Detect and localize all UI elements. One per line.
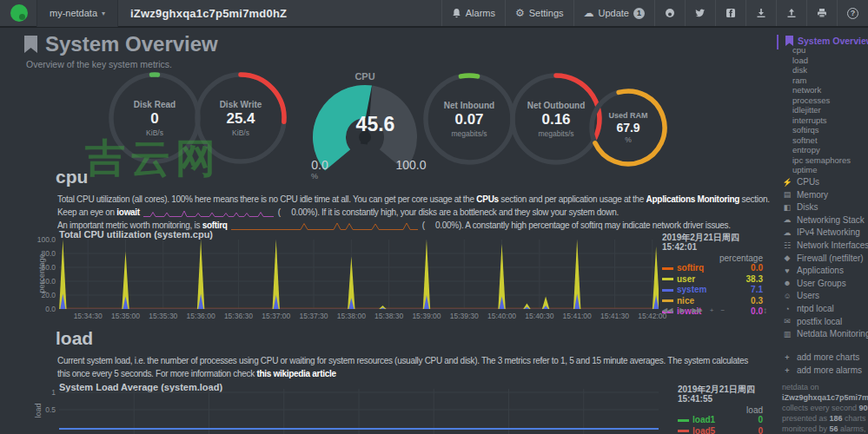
sidebar-item-ipv4-networking[interactable]: ☁IPv4 Networking (782, 227, 860, 237)
softirq-sparkline (231, 221, 418, 231)
sidebar-item-uptime[interactable]: uptime (792, 165, 818, 174)
load-chart-plot[interactable] (59, 389, 659, 434)
cloud-icon: ☁ (584, 8, 594, 18)
sidebar-item-label: Network Interfaces (797, 240, 868, 250)
legend-series-load1[interactable]: load10 (678, 415, 763, 426)
sidebar-action-label: add more charts (797, 352, 859, 362)
sidebar-item-processes[interactable]: processes (792, 95, 830, 105)
legend-series-load5[interactable]: load50 (678, 426, 763, 434)
load-section-heading: load (56, 328, 93, 349)
zoom-out-icon[interactable]: − (720, 306, 725, 314)
settings-button[interactable]: ⚙ Settings (505, 0, 573, 26)
sidebar-item-ram[interactable]: ram (792, 76, 806, 85)
cpu-chart-legend: 2019年2月21日周四15:42:01percentagesoftirq0.0… (662, 233, 763, 318)
sidebar-action-add-more-alarms[interactable]: +add more alarms (782, 365, 862, 375)
help-button[interactable]: ? (837, 0, 868, 26)
sidebar-item-label: Firewall (netfilter) (797, 253, 864, 263)
sidebar-item-ipc-semaphores[interactable]: ipc semaphores (792, 155, 851, 165)
print-button[interactable] (806, 0, 837, 26)
svg-text:%: % (311, 172, 318, 181)
sidebar-item-idlejitter[interactable]: idlejitter (792, 105, 821, 115)
sitemap-icon: ☷ (782, 241, 792, 250)
sidebar-item-firewall-netfilter-[interactable]: ◆Firewall (netfilter) (782, 253, 864, 263)
legend-name: system (677, 285, 751, 296)
sidebar-item-entropy[interactable]: entropy (792, 145, 820, 155)
sidebar-item-netdata-monitoring[interactable]: ▥Netdata Monitoring (782, 329, 868, 339)
cpu-chart-xtick: 15:39:00 (412, 312, 441, 320)
sidebar-item-label: postfix local (797, 317, 842, 326)
sidebar-item-label: Netdata Monitoring (797, 329, 868, 339)
twitter-button[interactable] (685, 0, 715, 26)
legend-series-system[interactable]: system7.1 (662, 285, 763, 296)
gauge-unit: megabits/s (451, 129, 487, 138)
resize-handle-icon[interactable]: ↕ (763, 306, 767, 315)
legend-units: percentage (662, 253, 763, 263)
sidebar-item-disk[interactable]: disk (792, 65, 807, 75)
print-icon (817, 8, 827, 18)
sidebar-item-disks[interactable]: ◧Disks (782, 202, 818, 212)
sidebar-item-interrupts[interactable]: interrupts (792, 115, 827, 125)
pan-backward-icon[interactable]: ◀◀ (662, 306, 673, 314)
legend-dash (662, 299, 673, 302)
gauge-used-ram[interactable]: Used RAM67.9% (587, 87, 669, 168)
sidebar-item-label: Applications (797, 266, 844, 275)
zoom-in-icon[interactable]: + (710, 306, 714, 314)
legend-series-user[interactable]: user38.3 (662, 274, 763, 286)
gauge-label: Used RAM (608, 111, 647, 120)
cpu-chart-ytick: 40.0 (26, 277, 56, 286)
sidebar-item-networking-stack[interactable]: ☁Networking Stack (782, 215, 865, 225)
gauge-disk-read[interactable]: Disk Read0KiB/s (107, 70, 202, 166)
sidebar-item-cpus[interactable]: ⚡CPUs (782, 177, 819, 187)
sidebar-item-user-groups[interactable]: ☻User Groups (782, 279, 846, 288)
sidebar-item-label: IPv4 Networking (797, 227, 860, 237)
update-button[interactable]: ☁ Update 1 (573, 0, 654, 26)
sidebar-item-network-interfaces[interactable]: ☷Network Interfaces (782, 240, 868, 250)
sidebar-item-memory[interactable]: ▤Memory (782, 190, 828, 200)
cpu-chart-ytick: 0.0 (26, 305, 56, 313)
gauge-value: 0.16 (541, 111, 570, 128)
my-netdata-menu[interactable]: my-netdata ▾ (36, 0, 118, 27)
load-chart-ytick: 0.5 (26, 405, 56, 414)
sidebar-item-softnet[interactable]: softnet (792, 135, 818, 145)
bookmark-icon (24, 36, 37, 53)
sidebar-item-postfix-local[interactable]: ✉postfix local (782, 317, 842, 326)
play-icon[interactable]: ▶ (679, 306, 685, 314)
gear-icon: ⚙ (515, 8, 525, 18)
sidebar-item-softirqs[interactable]: softirqs (792, 125, 819, 135)
import-button[interactable] (745, 0, 776, 26)
legend-series-softirq[interactable]: softirq0.0 (662, 263, 763, 274)
cpu-chart-xtick: 15:36:30 (224, 312, 253, 320)
cpu-chart-plot[interactable] (59, 240, 659, 309)
pan-forward-icon[interactable]: ▶▶ (692, 306, 702, 314)
update-label: Update (599, 8, 629, 18)
facebook-button[interactable] (715, 0, 745, 26)
gauge-unit: KiB/s (146, 128, 163, 137)
sidebar-item-label: ntpd local (797, 304, 834, 313)
sidebar-item-ntpd-local[interactable]: ◔ntpd local (782, 304, 834, 313)
legend-value: 38.3 (746, 274, 763, 286)
sidebar-item-users[interactable]: ☺Users (782, 291, 819, 300)
gauge-net-inbound[interactable]: Net Inbound0.07megabits/s (421, 71, 517, 167)
gauge-cpu[interactable]: CPU 45.60.0100.0% (295, 71, 434, 179)
netdata-dashboard: my-netdata ▾ iZwz9ghxqa1c7p5mi7md0hZ Ala… (0, 0, 868, 434)
gauge-disk-write[interactable]: Disk Write25.4KiB/s (193, 70, 288, 166)
sidebar-item-cpu[interactable]: cpu (792, 45, 805, 55)
sidebar-item-label: User Groups (797, 279, 846, 288)
github-button[interactable] (654, 0, 685, 26)
netdata-logo-icon[interactable] (10, 4, 28, 22)
sidebar-item-load[interactable]: load (792, 56, 808, 65)
alarms-button[interactable]: Alarms (441, 0, 505, 26)
sidebar-item-applications[interactable]: ♥Applications (782, 266, 844, 275)
sidebar-active-label: System Overview (798, 36, 868, 46)
sidebar-item-label: Networking Stack (797, 215, 865, 225)
github-icon (665, 8, 675, 18)
cpu-chart-title: Total CPU utilization (system.cpu) (59, 229, 213, 240)
bell-icon (452, 8, 461, 18)
sidebar-action-add-more-charts[interactable]: +add more charts (782, 352, 859, 362)
export-button[interactable] (776, 0, 806, 26)
gauge-unit: % (625, 135, 632, 144)
svg-text:100.0: 100.0 (395, 158, 426, 172)
legend-dash (662, 278, 673, 280)
sidebar-item-network[interactable]: network (792, 85, 821, 95)
cpu-chart-xtick: 15:35:00 (111, 312, 140, 320)
